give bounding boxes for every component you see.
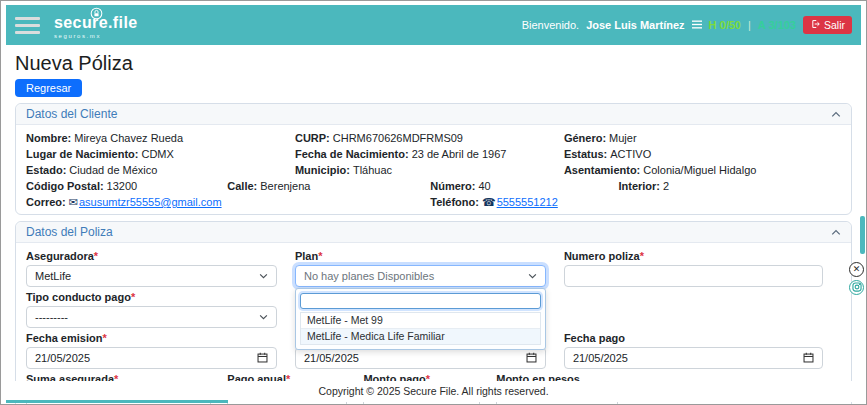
client-field: Género:Mujer: [564, 132, 841, 145]
client-card-body: Nombre:Mireya Chavez Rueda CURP:CHRM6706…: [16, 125, 851, 214]
fecha-emision-input[interactable]: 21/05/2025: [26, 347, 277, 369]
close-widget-button[interactable]: ✕: [849, 262, 864, 277]
horizontal-scrollbar-thumb[interactable]: [6, 400, 228, 403]
close-icon: ✕: [853, 265, 861, 274]
fecha-emision-label: Fecha emision*: [26, 332, 277, 345]
app-window: secure.file seguros.mx Bienvenido. Jose …: [0, 0, 867, 405]
calendar-icon: [803, 352, 814, 365]
client-field: Número:40: [430, 180, 618, 193]
aseguradora-select[interactable]: MetLife: [26, 265, 277, 287]
client-field: Calle:Berenjena: [227, 180, 430, 193]
fecha-pago-label: Fecha pago: [564, 332, 823, 345]
fecha-emision-field: Fecha emision* 21/05/2025: [26, 332, 295, 369]
phone-icon: ☎: [482, 196, 496, 209]
client-field: Correo:✉asusumtzr55555@gmail.com: [26, 196, 430, 209]
policy-card: Datos del Poliza Aseguradora* MetLife: [15, 221, 852, 405]
numero-poliza-input[interactable]: [564, 265, 823, 287]
chevron-down-icon: [528, 273, 537, 279]
chevron-down-icon: [259, 314, 268, 320]
a-counter-badge: A 3/103: [758, 19, 796, 31]
logout-label: Salir: [824, 19, 845, 31]
client-field: CURP:CHRM670626MDFRMS09: [295, 132, 564, 145]
instagram-icon: [852, 282, 862, 294]
client-field: Estado:Ciudad de México: [26, 164, 295, 177]
plan-search-input[interactable]: [300, 293, 541, 309]
chevron-up-icon[interactable]: [831, 229, 841, 236]
chevron-up-icon[interactable]: [831, 111, 841, 118]
client-card: Datos del Cliente Nombre:Mireya Chavez R…: [15, 103, 852, 215]
email-link[interactable]: ✉asusumtzr55555@gmail.com: [69, 196, 222, 208]
top-bar-right: Bienvenido. Jose Luis Martínez H 0/50 | …: [522, 16, 852, 34]
client-field: Nombre:Mireya Chavez Rueda: [26, 132, 295, 145]
tipo-conducto-pago-field: Tipo conducto pago* ---------: [26, 291, 295, 328]
client-field: Asentamiento:Colonia/Miguel Hidalgo: [564, 164, 841, 177]
aseguradora-field: Aseguradora* MetLife: [26, 250, 295, 287]
logout-button[interactable]: Salir: [803, 16, 852, 34]
calendar-icon: [526, 352, 537, 365]
fecha-secondary-input[interactable]: 21/05/2025: [295, 347, 546, 369]
envelope-icon: ✉: [69, 196, 78, 209]
copyright-text: Copyright © 2025 Secure File. All rights…: [318, 385, 548, 397]
policy-card-header[interactable]: Datos del Poliza: [16, 222, 851, 243]
numero-poliza-field: Numero poliza*: [564, 250, 841, 287]
vertical-scrollbar-thumb[interactable]: [860, 216, 865, 254]
lock-icon: [90, 7, 103, 23]
brand-tagline: seguros.mx: [54, 33, 138, 39]
counter-separator: |: [748, 19, 751, 31]
phone-link[interactable]: ☎5555551212: [482, 196, 558, 208]
plan-option[interactable]: MetLife - Met 99: [301, 313, 540, 329]
logout-icon: [810, 19, 820, 31]
list-icon: [692, 19, 702, 31]
client-field: Teléfono:☎5555551212: [430, 196, 841, 209]
user-name: Jose Luis Martínez: [586, 19, 684, 31]
brand-logo[interactable]: secure.file seguros.mx: [54, 12, 138, 39]
tipo-conducto-pago-label: Tipo conducto pago*: [26, 291, 277, 304]
client-card-header[interactable]: Datos del Cliente: [16, 104, 851, 125]
client-field: Interior:2: [618, 180, 840, 193]
client-field: Municipio:Tláhuac: [295, 164, 564, 177]
floating-widgets: ✕: [849, 262, 864, 295]
h-counter-badge: H 0/50: [709, 19, 741, 31]
footer: Copyright © 2025 Secure File. All rights…: [1, 381, 866, 402]
top-bar: secure.file seguros.mx Bienvenido. Jose …: [6, 5, 861, 45]
numero-poliza-label: Numero poliza*: [564, 250, 823, 263]
main-content: Nueva Póliza Regresar Datos del Cliente …: [6, 45, 861, 404]
fecha-pago-input[interactable]: 21/05/2025: [564, 347, 823, 369]
client-field: Código Postal:13200: [26, 180, 227, 193]
plan-option[interactable]: MetLife - Medica Life Familiar: [301, 329, 540, 344]
page-title: Nueva Póliza: [15, 52, 852, 74]
plan-select[interactable]: No hay planes Disponibles: [295, 265, 546, 287]
calendar-icon: [257, 352, 268, 365]
back-button[interactable]: Regresar: [15, 79, 82, 97]
welcome-text: Bienvenido.: [522, 19, 580, 31]
client-card-title: Datos del Cliente: [26, 107, 117, 121]
client-field: Estatus:ACTIVO: [564, 148, 841, 161]
fecha-pago-field: Fecha pago 21/05/2025: [564, 332, 841, 369]
plan-field: Plan* No hay planes Disponibles MetLife …: [295, 250, 564, 287]
chevron-down-icon: [259, 273, 268, 279]
plan-label: Plan*: [295, 250, 546, 263]
plan-options-list: MetLife - Met 99 MetLife - Medica Life F…: [300, 312, 541, 345]
policy-card-title: Datos del Poliza: [26, 225, 113, 239]
plan-dropdown: MetLife - Met 99 MetLife - Medica Life F…: [295, 288, 546, 350]
hamburger-menu-icon[interactable]: [15, 17, 40, 34]
aseguradora-label: Aseguradora*: [26, 250, 277, 263]
client-field: Fecha de Nacimiento:23 de Abril de 1967: [295, 148, 564, 161]
client-field: Lugar de Nacimiento:CDMX: [26, 148, 295, 161]
tipo-conducto-pago-select[interactable]: ---------: [26, 306, 277, 328]
instagram-button[interactable]: [849, 280, 864, 295]
